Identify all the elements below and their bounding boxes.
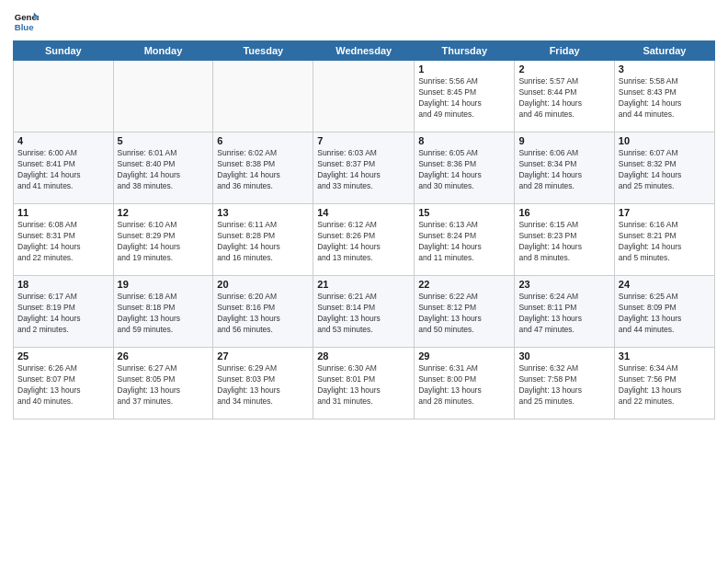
calendar-cell: [14, 61, 114, 132]
calendar-cell: [313, 61, 415, 132]
day-number: 21: [317, 279, 410, 290]
calendar-header-monday: Monday: [113, 41, 213, 61]
day-number: 24: [619, 279, 711, 290]
day-info: Sunrise: 6:10 AM Sunset: 8:29 PM Dayligh…: [118, 220, 210, 264]
day-info: Sunrise: 5:56 AM Sunset: 8:45 PM Dayligh…: [418, 76, 510, 121]
day-number: 13: [217, 207, 309, 218]
calendar-cell: 15Sunrise: 6:13 AM Sunset: 8:24 PM Dayli…: [415, 204, 515, 276]
calendar-header-row: SundayMondayTuesdayWednesdayThursdayFrid…: [14, 41, 715, 61]
calendar-header-saturday: Saturday: [614, 41, 714, 61]
calendar-cell: 11Sunrise: 6:08 AM Sunset: 8:31 PM Dayli…: [14, 204, 114, 276]
day-info: Sunrise: 6:08 AM Sunset: 8:31 PM Dayligh…: [17, 220, 109, 264]
calendar-week-row: 11Sunrise: 6:08 AM Sunset: 8:31 PM Dayli…: [14, 204, 715, 276]
calendar-cell: 23Sunrise: 6:24 AM Sunset: 8:11 PM Dayli…: [515, 276, 614, 348]
day-number: 28: [317, 350, 410, 362]
day-info: Sunrise: 6:05 AM Sunset: 8:36 PM Dayligh…: [418, 148, 510, 192]
day-number: 27: [217, 350, 309, 362]
day-number: 6: [217, 135, 309, 146]
day-info: Sunrise: 6:27 AM Sunset: 8:05 PM Dayligh…: [118, 363, 210, 408]
day-info: Sunrise: 6:11 AM Sunset: 8:28 PM Dayligh…: [217, 220, 309, 264]
day-info: Sunrise: 6:21 AM Sunset: 8:14 PM Dayligh…: [317, 292, 410, 336]
day-number: 4: [17, 135, 109, 146]
day-info: Sunrise: 6:29 AM Sunset: 8:03 PM Dayligh…: [217, 363, 309, 408]
logo: General Blue: [13, 9, 39, 35]
day-number: 25: [17, 350, 109, 362]
day-info: Sunrise: 5:58 AM Sunset: 8:43 PM Dayligh…: [619, 76, 711, 121]
calendar-cell: 18Sunrise: 6:17 AM Sunset: 8:19 PM Dayli…: [14, 276, 114, 348]
calendar-cell: 7Sunrise: 6:03 AM Sunset: 8:37 PM Daylig…: [313, 132, 415, 204]
calendar-cell: 10Sunrise: 6:07 AM Sunset: 8:32 PM Dayli…: [614, 132, 714, 204]
day-info: Sunrise: 6:13 AM Sunset: 8:24 PM Dayligh…: [418, 220, 510, 264]
calendar-cell: 28Sunrise: 6:30 AM Sunset: 8:01 PM Dayli…: [313, 348, 415, 419]
page: General Blue SundayMondayTuesdayWednesda…: [0, 0, 728, 563]
calendar-header-thursday: Thursday: [415, 41, 515, 61]
day-info: Sunrise: 6:25 AM Sunset: 8:09 PM Dayligh…: [619, 292, 711, 336]
day-info: Sunrise: 6:31 AM Sunset: 8:00 PM Dayligh…: [418, 363, 510, 408]
calendar-cell: 9Sunrise: 6:06 AM Sunset: 8:34 PM Daylig…: [515, 132, 614, 204]
day-info: Sunrise: 6:24 AM Sunset: 8:11 PM Dayligh…: [518, 292, 609, 336]
calendar-cell: 14Sunrise: 6:12 AM Sunset: 8:26 PM Dayli…: [313, 204, 415, 276]
calendar-cell: 24Sunrise: 6:25 AM Sunset: 8:09 PM Dayli…: [614, 276, 714, 348]
calendar-cell: 5Sunrise: 6:01 AM Sunset: 8:40 PM Daylig…: [113, 132, 213, 204]
calendar-cell: 1Sunrise: 5:56 AM Sunset: 8:45 PM Daylig…: [415, 61, 515, 132]
day-number: 10: [619, 135, 711, 146]
day-number: 9: [518, 135, 609, 146]
day-number: 19: [118, 279, 210, 290]
calendar-week-row: 18Sunrise: 6:17 AM Sunset: 8:19 PM Dayli…: [14, 276, 715, 348]
day-number: 7: [317, 135, 410, 146]
calendar-week-row: 1Sunrise: 5:56 AM Sunset: 8:45 PM Daylig…: [14, 61, 715, 132]
day-info: Sunrise: 6:30 AM Sunset: 8:01 PM Dayligh…: [317, 363, 410, 408]
calendar-cell: 26Sunrise: 6:27 AM Sunset: 8:05 PM Dayli…: [113, 348, 213, 419]
calendar-week-row: 4Sunrise: 6:00 AM Sunset: 8:41 PM Daylig…: [14, 132, 715, 204]
day-info: Sunrise: 6:15 AM Sunset: 8:23 PM Dayligh…: [518, 220, 609, 264]
day-number: 17: [619, 207, 711, 218]
day-info: Sunrise: 6:02 AM Sunset: 8:38 PM Dayligh…: [217, 148, 309, 192]
day-number: 15: [418, 207, 510, 218]
calendar-cell: 3Sunrise: 5:58 AM Sunset: 8:43 PM Daylig…: [614, 61, 714, 132]
day-number: 8: [418, 135, 510, 146]
calendar-cell: 27Sunrise: 6:29 AM Sunset: 8:03 PM Dayli…: [213, 348, 313, 419]
calendar-cell: 22Sunrise: 6:22 AM Sunset: 8:12 PM Dayli…: [415, 276, 515, 348]
day-number: 18: [17, 279, 109, 290]
day-number: 31: [619, 350, 711, 362]
calendar-cell: 12Sunrise: 6:10 AM Sunset: 8:29 PM Dayli…: [113, 204, 213, 276]
day-info: Sunrise: 6:03 AM Sunset: 8:37 PM Dayligh…: [317, 148, 410, 192]
calendar-cell: 21Sunrise: 6:21 AM Sunset: 8:14 PM Dayli…: [313, 276, 415, 348]
calendar-cell: 17Sunrise: 6:16 AM Sunset: 8:21 PM Dayli…: [614, 204, 714, 276]
day-number: 30: [518, 350, 609, 362]
calendar-cell: 6Sunrise: 6:02 AM Sunset: 8:38 PM Daylig…: [213, 132, 313, 204]
day-info: Sunrise: 6:17 AM Sunset: 8:19 PM Dayligh…: [17, 292, 109, 336]
calendar-cell: 4Sunrise: 6:00 AM Sunset: 8:41 PM Daylig…: [14, 132, 114, 204]
day-number: 29: [418, 350, 510, 362]
day-number: 2: [518, 63, 609, 75]
day-info: Sunrise: 6:34 AM Sunset: 7:56 PM Dayligh…: [619, 363, 711, 408]
day-info: Sunrise: 6:20 AM Sunset: 8:16 PM Dayligh…: [217, 292, 309, 336]
day-info: Sunrise: 6:26 AM Sunset: 8:07 PM Dayligh…: [17, 363, 109, 408]
calendar-header-friday: Friday: [515, 41, 614, 61]
day-number: 22: [418, 279, 510, 290]
calendar-cell: 29Sunrise: 6:31 AM Sunset: 8:00 PM Dayli…: [415, 348, 515, 419]
calendar-cell: [213, 61, 313, 132]
calendar-header-wednesday: Wednesday: [313, 41, 415, 61]
calendar-header-tuesday: Tuesday: [213, 41, 313, 61]
calendar-cell: 8Sunrise: 6:05 AM Sunset: 8:36 PM Daylig…: [415, 132, 515, 204]
day-number: 26: [118, 350, 210, 362]
calendar-table: SundayMondayTuesdayWednesdayThursdayFrid…: [13, 40, 715, 419]
day-info: Sunrise: 6:00 AM Sunset: 8:41 PM Dayligh…: [17, 148, 109, 192]
day-info: Sunrise: 6:12 AM Sunset: 8:26 PM Dayligh…: [317, 220, 410, 264]
calendar-cell: 2Sunrise: 5:57 AM Sunset: 8:44 PM Daylig…: [515, 61, 614, 132]
day-number: 16: [518, 207, 609, 218]
day-number: 14: [317, 207, 410, 218]
day-info: Sunrise: 6:18 AM Sunset: 8:18 PM Dayligh…: [118, 292, 210, 336]
calendar-cell: 13Sunrise: 6:11 AM Sunset: 8:28 PM Dayli…: [213, 204, 313, 276]
calendar-cell: 30Sunrise: 6:32 AM Sunset: 7:58 PM Dayli…: [515, 348, 614, 419]
day-number: 12: [118, 207, 210, 218]
day-number: 5: [118, 135, 210, 146]
calendar-cell: [113, 61, 213, 132]
day-number: 11: [17, 207, 109, 218]
calendar-cell: 25Sunrise: 6:26 AM Sunset: 8:07 PM Dayli…: [14, 348, 114, 419]
day-info: Sunrise: 5:57 AM Sunset: 8:44 PM Dayligh…: [518, 76, 609, 121]
day-info: Sunrise: 6:07 AM Sunset: 8:32 PM Dayligh…: [619, 148, 711, 192]
day-number: 20: [217, 279, 309, 290]
day-info: Sunrise: 6:01 AM Sunset: 8:40 PM Dayligh…: [118, 148, 210, 192]
